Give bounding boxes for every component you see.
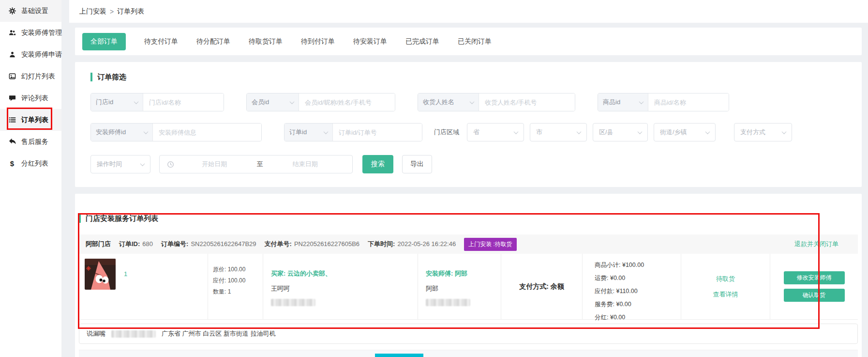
- tab-pending-pickup[interactable]: 待取货订单: [249, 37, 283, 46]
- payment-number-value: PN22052616227605B6: [294, 240, 359, 248]
- breadcrumb-separator: >: [110, 8, 114, 16]
- export-button[interactable]: 导出: [402, 155, 432, 173]
- member-input[interactable]: [299, 93, 395, 111]
- original-price: 原价: 100.00: [213, 264, 263, 275]
- sidebar-item-installer-application[interactable]: 安装师傅申请: [0, 44, 61, 65]
- date-to-label: 至: [255, 160, 265, 169]
- dollar-icon: $: [8, 160, 16, 168]
- receiver-input[interactable]: [479, 93, 575, 111]
- payment-method-select[interactable]: 支付方式: [734, 123, 792, 141]
- search-button[interactable]: 搜索: [362, 155, 393, 173]
- sidebar-item-installer-management[interactable]: 安装师傅管理: [0, 22, 61, 44]
- order-id-select[interactable]: 订单id: [284, 124, 333, 141]
- actions-cell: 修改安装师傅 确认取货: [770, 254, 858, 319]
- status-cell: 待取货 查看详情: [681, 254, 770, 319]
- city-select-label: 市: [536, 128, 542, 137]
- product-input[interactable]: [648, 93, 729, 111]
- tab-all-orders[interactable]: 全部订单: [82, 33, 126, 50]
- city-select[interactable]: 市: [530, 123, 587, 141]
- payment-number-label: 支付单号:: [265, 240, 292, 248]
- confirm-pickup-button[interactable]: 确认取货: [784, 289, 845, 302]
- tab-pending-install[interactable]: 待安装订单: [353, 37, 387, 46]
- payable-price: 应付: 100.00: [213, 275, 263, 286]
- installer-cell: 安装师傅: 阿部 阿部: [418, 254, 501, 319]
- product-id-select-label: 商品id: [603, 98, 620, 107]
- sidebar-item-comment-list[interactable]: 评论列表: [0, 87, 61, 109]
- installer-id-select-label: 安装师傅id: [96, 128, 126, 137]
- order-row: 1 原价: 100.00 应付: 100.00 数量: 1 买家: 云边的小卖部…: [79, 254, 858, 320]
- payable-line: 应付款: ¥110.00: [595, 285, 681, 298]
- product-image[interactable]: [85, 259, 116, 290]
- store-input[interactable]: [143, 93, 224, 111]
- tab-completed[interactable]: 已完成订单: [405, 37, 439, 46]
- order-filter-group: 订单id: [284, 123, 422, 141]
- chevron-down-icon: [470, 99, 475, 104]
- sidebar-item-label: 分红列表: [21, 159, 48, 168]
- sidebar-item-label: 售后服务: [21, 138, 48, 146]
- tab-pay-on-delivery[interactable]: 待到付订单: [301, 37, 335, 46]
- order-status-tabs: 全部订单 待支付订单 待分配订单 待取货订单 待到付订单 待安装订单 已完成订单…: [75, 28, 862, 55]
- province-select[interactable]: 省: [467, 123, 524, 141]
- breadcrumb: 上门安装 > 订单列表: [69, 0, 868, 23]
- breadcrumb-page: 订单列表: [117, 7, 144, 16]
- date-range-picker[interactable]: 开始日期 至 结束日期: [159, 155, 353, 173]
- product-quantity: 1: [124, 259, 127, 290]
- end-date-placeholder[interactable]: 结束日期: [265, 160, 346, 169]
- sidebar-item-basic-settings[interactable]: 基础设置: [0, 0, 61, 22]
- sidebar-item-after-sales[interactable]: 售后服务: [0, 131, 61, 153]
- filter-row-3: 操作时间 开始日期 至 结束日期 搜索 导出: [90, 155, 862, 173]
- sidebar-item-slideshow-list[interactable]: 幻灯片列表: [0, 65, 61, 87]
- street-select-label: 街道/乡镇: [660, 128, 687, 137]
- address-contact-name: 说漏嘴: [87, 329, 105, 338]
- installer-input[interactable]: [153, 124, 261, 141]
- product-id-select[interactable]: 商品id: [598, 93, 648, 111]
- receiver-name-select[interactable]: 收货人姓名: [418, 93, 479, 111]
- store-id-select[interactable]: 门店id: [91, 93, 143, 111]
- order-input[interactable]: [333, 124, 422, 141]
- installer-phone-blurred: [426, 299, 470, 306]
- chevron-down-icon: [140, 161, 145, 166]
- installer-name: 阿部: [426, 284, 501, 293]
- view-details-link[interactable]: 查看详情: [713, 290, 738, 299]
- member-id-select[interactable]: 会员id: [247, 93, 299, 111]
- order-list-title: 门店安装服务订单列表: [79, 214, 858, 223]
- quantity-line: 数量: 1: [213, 286, 263, 297]
- chevron-down-icon: [134, 99, 139, 104]
- order-header: 阿部门店 订单ID:680 订单编号:SN2205261622647B29 支付…: [79, 234, 858, 254]
- operation-time-select-label: 操作时间: [97, 160, 122, 169]
- product-cell: 1: [79, 254, 208, 319]
- sidebar-item-label: 评论列表: [21, 94, 48, 103]
- order-id-select-label: 订单id: [289, 128, 307, 137]
- installer-title: 安装师傅: 阿部: [426, 269, 501, 278]
- chevron-down-icon: [577, 129, 582, 134]
- payment-number-field: 支付单号:PN22052616227605B6: [265, 240, 360, 248]
- street-select[interactable]: 街道/乡镇: [654, 123, 716, 141]
- order-number-field: 订单编号:SN2205261622647B29: [161, 240, 256, 248]
- chevron-down-icon: [639, 99, 644, 104]
- payment-method-text: 支付方式: 余额: [519, 282, 564, 291]
- breadcrumb-section[interactable]: 上门安装: [79, 7, 106, 16]
- tab-pending-assignment[interactable]: 待分配订单: [196, 37, 230, 46]
- change-installer-button[interactable]: 修改安装师傅: [784, 271, 845, 284]
- operation-time-select[interactable]: 操作时间: [90, 155, 150, 173]
- district-select[interactable]: 区/县: [593, 123, 648, 141]
- sidebar-item-order-list[interactable]: 订单列表: [0, 109, 61, 131]
- tab-closed[interactable]: 已关闭订单: [458, 37, 492, 46]
- sidebar-item-dividend-list[interactable]: $ 分红列表: [0, 153, 61, 174]
- next-order-header-partial: [79, 350, 858, 357]
- payment-method-select-label: 支付方式: [740, 128, 765, 137]
- installer-id-select[interactable]: 安装师傅id: [91, 124, 153, 141]
- store-region-label: 门店区域: [434, 128, 459, 137]
- order-time-field: 下单时间:2022-05-26 16:22:46: [368, 240, 456, 248]
- filter-row-2: 安装师傅id 订单id 门店区域 省 市 区/县 街道/乡镇 支付方式: [90, 123, 862, 141]
- subtotal-line: 商品小计: ¥100.00: [595, 259, 681, 272]
- chevron-down-icon: [705, 129, 710, 134]
- start-date-placeholder[interactable]: 开始日期: [174, 160, 255, 169]
- receiver-name-select-label: 收货人姓名: [423, 98, 454, 107]
- refund-close-order-link[interactable]: 退款并关闭订单: [794, 240, 838, 248]
- tab-pending-payment[interactable]: 待支付订单: [144, 37, 178, 46]
- installer-filter-group: 安装师傅id: [90, 123, 262, 141]
- chevron-down-icon: [144, 129, 149, 134]
- order-id-label: 订单ID:: [119, 240, 140, 248]
- order-id-field: 订单ID:680: [119, 240, 153, 248]
